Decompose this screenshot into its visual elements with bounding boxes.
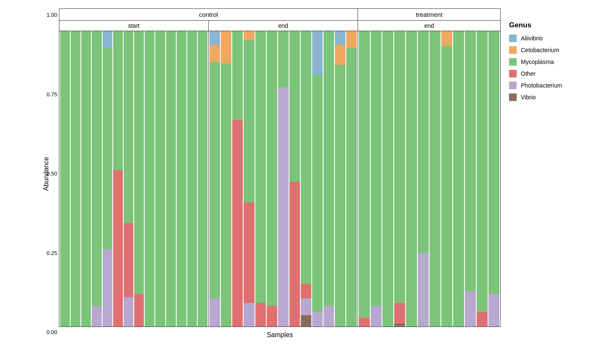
- bar-segment-mycoplasma: [278, 31, 289, 87]
- bar-col: [232, 31, 243, 327]
- bar-segment-other: [289, 182, 300, 327]
- bar-segment-photobacterium: [301, 298, 311, 315]
- bar-segment-mycoplasma: [418, 31, 429, 253]
- legend-label-cetobacterium: Cetobacterium: [521, 47, 559, 53]
- bar-segment-mycoplasma: [113, 31, 123, 170]
- bars-container: [358, 31, 500, 327]
- bar-segment-cetobacterium: [221, 31, 231, 64]
- group-control-header: control: [59, 9, 358, 21]
- bar-segment-mycoplasma: [81, 31, 91, 327]
- bar-segment-cetobacterium: [335, 45, 345, 65]
- bar-col: [81, 31, 91, 327]
- bar-segment-photobacterium: [278, 87, 289, 327]
- chart-container: Abundance 1.00 0.75 0.50 0.25 0.00 contr…: [0, 0, 589, 364]
- bar-col: [177, 31, 186, 327]
- bar-segment-other: [394, 303, 405, 324]
- bar-col: [71, 31, 80, 327]
- bar-segment-mycoplasma: [382, 31, 393, 327]
- panel-header: end: [358, 21, 500, 31]
- bar-segment-mycoplasma: [244, 40, 254, 202]
- bar-segment-mycoplasma: [406, 31, 417, 327]
- bar-col: [113, 31, 123, 327]
- bar-segment-photobacterium: [103, 249, 112, 327]
- chart-wrapper: Abundance 1.00 0.75 0.50 0.25 0.00 contr…: [29, 8, 585, 339]
- y-tick-100: 1.00: [47, 12, 57, 18]
- y-tick-050: 0.50: [47, 170, 57, 177]
- panel-header: end: [209, 21, 358, 31]
- y-tick-000: 0.00: [47, 329, 57, 335]
- bar-segment-other: [244, 202, 254, 303]
- legend-item-cetobacterium: Cetobacterium: [509, 46, 581, 54]
- bar-col: [278, 31, 289, 327]
- bar-segment-mycoplasma: [301, 31, 311, 284]
- group-control: controlstartend: [59, 8, 358, 327]
- bar-segment-mycoplasma: [155, 31, 165, 327]
- bar-segment-photobacterium: [488, 294, 499, 327]
- bar-col: [166, 31, 176, 327]
- bar-col: [371, 31, 382, 327]
- legend-label-photobacterium: Photobacterium: [521, 82, 562, 89]
- legend-label-vibrio: Vibrio: [521, 94, 536, 101]
- y-tick-025: 0.25: [47, 250, 57, 256]
- bar-segment-aliivibrio: [312, 31, 323, 75]
- bar-col: [359, 31, 370, 327]
- bar-segment-mycoplasma: [267, 31, 277, 306]
- bar-segment-mycoplasma: [210, 62, 220, 299]
- panel: end: [208, 21, 358, 327]
- bar-col: [382, 31, 393, 327]
- bar-col: [155, 31, 165, 327]
- bar-col: [60, 31, 70, 327]
- bar-segment-photobacterium: [92, 306, 101, 327]
- bar-col: [134, 31, 144, 327]
- bar-col: [441, 31, 452, 327]
- bar-segment-mycoplasma: [177, 31, 186, 327]
- bar-col: [221, 31, 231, 327]
- control-sub-panels: startend: [59, 21, 358, 327]
- bar-segment-photobacterium: [324, 306, 334, 327]
- legend-title: Genus: [509, 21, 581, 29]
- bar-segment-photobacterium: [312, 312, 323, 327]
- bar-col: [124, 31, 133, 327]
- bar-segment-mycoplasma: [430, 31, 440, 327]
- bar-segment-mycoplasma: [371, 31, 382, 306]
- legend: Genus Aliivibrio Cetobacterium Mycoplasm…: [501, 8, 585, 339]
- legend-swatch-vibrio: [509, 93, 517, 101]
- bar-segment-mycoplasma: [232, 31, 243, 120]
- bar-segment-other: [477, 312, 488, 327]
- bar-col: [92, 31, 101, 327]
- legend-items: Aliivibrio Cetobacterium Mycoplasma Othe…: [509, 35, 581, 105]
- bar-segment-aliivibrio: [335, 31, 345, 45]
- bar-segment-mycoplasma: [441, 46, 452, 327]
- bar-col: [477, 31, 488, 327]
- bar-col: [312, 31, 323, 327]
- panel-header: start: [59, 21, 208, 31]
- bar-segment-mycoplasma: [92, 31, 101, 306]
- legend-swatch-photobacterium: [509, 82, 517, 89]
- bar-segment-mycoplasma: [60, 31, 70, 327]
- bar-segment-other: [359, 318, 370, 327]
- bar-segment-photobacterium: [371, 306, 382, 327]
- bar-segment-other: [267, 306, 277, 327]
- legend-swatch-other: [509, 70, 517, 77]
- bar-col: [488, 31, 499, 327]
- legend-swatch-cetobacterium: [509, 46, 517, 54]
- bar-col: [406, 31, 417, 327]
- bar-col: [324, 31, 334, 327]
- bar-segment-cetobacterium: [244, 31, 254, 40]
- bar-segment-mycoplasma: [477, 31, 488, 312]
- bar-segment-mycoplasma: [103, 48, 112, 249]
- bar-segment-photobacterium: [244, 303, 254, 327]
- bar-segment-other: [134, 294, 144, 327]
- bar-segment-cetobacterium: [346, 31, 357, 48]
- bar-col: [346, 31, 357, 327]
- bar-col: [210, 31, 220, 327]
- bar-segment-photobacterium: [210, 299, 220, 327]
- bars-container: [59, 31, 208, 327]
- bar-segment-mycoplasma: [359, 31, 370, 318]
- legend-item-vibrio: Vibrio: [509, 93, 581, 101]
- group-treatment-header: treatment: [358, 9, 500, 21]
- bar-col: [267, 31, 277, 327]
- bar-col: [335, 31, 345, 327]
- legend-swatch-aliivibrio: [509, 35, 517, 42]
- bar-segment-aliivibrio: [210, 31, 220, 45]
